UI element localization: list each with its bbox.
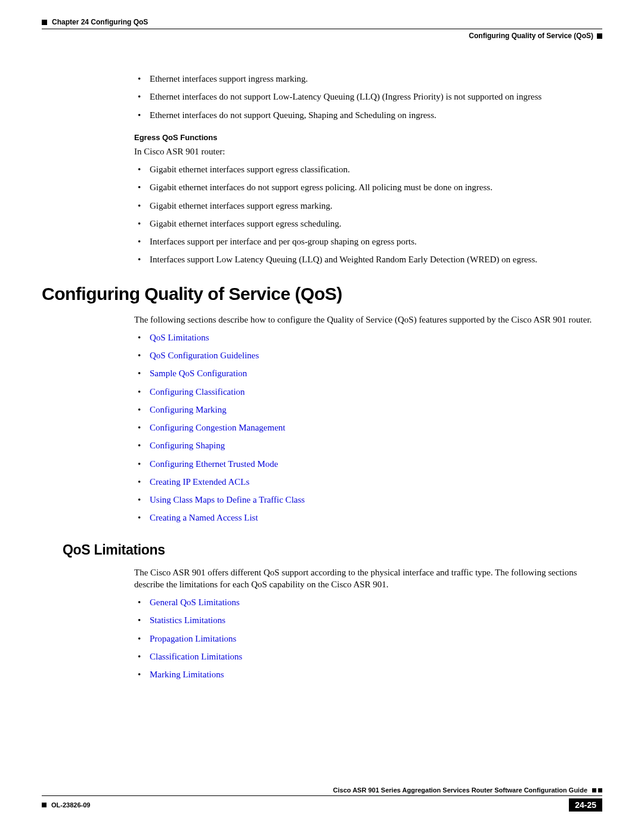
ingress-list: Ethernet interfaces support ingress mark… [134,73,596,121]
main-section: The following sections describe how to c… [42,314,602,524]
link-config-ethernet-trusted[interactable]: Configuring Ethernet Trusted Mode [150,459,278,469]
limitations-heading: QoS Limitations [42,542,602,558]
ingress-section: Ethernet interfaces support ingress mark… [42,73,602,266]
section-label-text: Configuring Quality of Service (QoS) [469,32,593,40]
link-sample-qos-config[interactable]: Sample QoS Configuration [150,368,247,378]
list-item: Interfaces support Low Latency Queuing (… [134,253,596,265]
footer-top: Cisco ASR 901 Series Aggregation Service… [42,786,602,794]
link-class-maps[interactable]: Using Class Maps to Define a Traffic Cla… [150,495,305,504]
link-propagation-lim[interactable]: Propagation Limitations [150,634,236,643]
list-item: Configuring Ethernet Trusted Mode [134,458,596,470]
page-header-top: Chapter 24 Configuring QoS [42,18,602,26]
link-config-congestion[interactable]: Configuring Congestion Management [150,423,285,432]
egress-intro: In Cisco ASR 901 router: [134,145,596,157]
list-item: Classification Limitations [134,651,596,662]
list-item: Gigabit ethernet interfaces support egre… [134,163,596,175]
footer-marker-icon [598,788,602,792]
list-item: Configuring Shaping [134,439,596,451]
limitations-section: The Cisco ASR 901 offers different QoS s… [42,566,602,681]
link-config-marking[interactable]: Configuring Marking [150,405,227,414]
egress-list: Gigabit ethernet interfaces support egre… [134,163,596,266]
list-item: Configuring Marking [134,404,596,416]
link-named-access-list[interactable]: Creating a Named Access List [150,513,258,522]
list-item: Gigabit ethernet interfaces do not suppo… [134,181,596,193]
footer-left: OL-23826-09 [42,801,90,809]
footer-marker-icon [592,788,596,792]
page-footer: Cisco ASR 901 Series Aggregation Service… [42,786,602,812]
link-marking-lim[interactable]: Marking Limitations [150,670,224,679]
link-config-shaping[interactable]: Configuring Shaping [150,441,225,450]
list-item: Ethernet interfaces do not support Low-L… [134,91,596,103]
page-header-bottom: Configuring Quality of Service (QoS) [42,29,602,40]
main-intro: The following sections describe how to c… [134,314,596,326]
list-item: Ethernet interfaces support ingress mark… [134,73,596,85]
limitations-intro: The Cisco ASR 901 offers different QoS s… [134,566,596,591]
list-item: General QoS Limitations [134,596,596,608]
list-item: QoS Limitations [134,332,596,343]
link-qos-limitations[interactable]: QoS Limitations [150,333,209,342]
link-qos-config-guidelines[interactable]: QoS Configuration Guidelines [150,351,259,360]
egress-heading: Egress QoS Functions [134,133,596,142]
list-item: Creating IP Extended ACLs [134,476,596,488]
list-item: Creating a Named Access List [134,512,596,524]
limitations-links-list: General QoS Limitations Statistics Limit… [134,596,596,680]
list-item: Ethernet interfaces do not support Queui… [134,109,596,121]
footer-bottom: OL-23826-09 24-25 [42,796,602,812]
main-links-list: QoS Limitations QoS Configuration Guidel… [134,332,596,524]
link-classification-lim[interactable]: Classification Limitations [150,652,242,661]
footer-markers [592,788,602,792]
link-general-qos-lim[interactable]: General QoS Limitations [150,597,240,607]
list-item: Marking Limitations [134,668,596,680]
list-item: QoS Configuration Guidelines [134,349,596,361]
link-config-classification[interactable]: Configuring Classification [150,387,245,397]
list-item: Using Class Maps to Define a Traffic Cla… [134,494,596,506]
list-item: Configuring Classification [134,386,596,398]
chapter-label: Chapter 24 Configuring QoS [52,18,148,26]
link-statistics-lim[interactable]: Statistics Limitations [150,615,225,625]
link-creating-ip-acls[interactable]: Creating IP Extended ACLs [150,477,249,487]
list-item: Statistics Limitations [134,614,596,626]
section-label: Configuring Quality of Service (QoS) [469,32,602,40]
list-item: Gigabit ethernet interfaces support egre… [134,218,596,230]
footer-guide-title: Cisco ASR 901 Series Aggregation Service… [333,786,587,794]
list-item: Configuring Congestion Management [134,422,596,433]
header-marker-icon [42,20,47,25]
list-item: Gigabit ethernet interfaces support egre… [134,200,596,212]
page-number: 24-25 [569,798,602,812]
header-marker-right-icon [597,33,602,39]
list-item: Propagation Limitations [134,633,596,645]
main-heading: Configuring Quality of Service (QoS) [42,284,602,304]
list-item: Sample QoS Configuration [134,367,596,379]
footer-small-marker-icon [42,803,47,807]
footer-doc-id: OL-23826-09 [51,801,90,809]
list-item: Interfaces support per interface and per… [134,236,596,247]
header-left: Chapter 24 Configuring QoS [42,18,148,26]
